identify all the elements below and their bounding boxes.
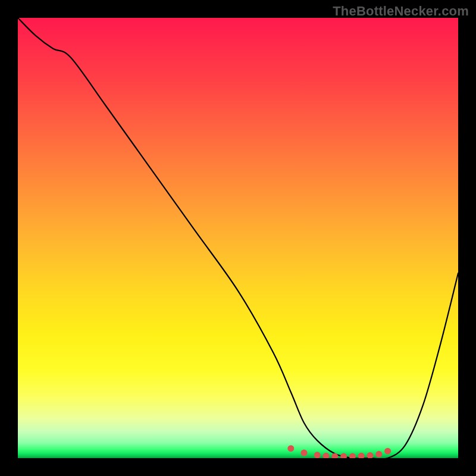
bottleneck-curve [18, 18, 458, 458]
highlight-dot [340, 453, 347, 458]
chart-svg [18, 18, 458, 458]
highlight-dot [331, 453, 338, 458]
plot-area [18, 18, 458, 458]
highlight-dot [287, 445, 294, 452]
highlight-dot [367, 452, 374, 458]
highlight-dot [301, 450, 308, 456]
highlight-dot [358, 453, 365, 458]
chart-container: TheBottleNecker.com [0, 0, 476, 476]
highlight-points [287, 445, 391, 458]
highlight-dot [323, 453, 330, 458]
highlight-dot [349, 453, 356, 458]
highlight-dot [384, 448, 391, 455]
watermark-text: TheBottleNecker.com [333, 4, 469, 19]
highlight-dot [375, 451, 382, 458]
highlight-dot [314, 452, 321, 458]
